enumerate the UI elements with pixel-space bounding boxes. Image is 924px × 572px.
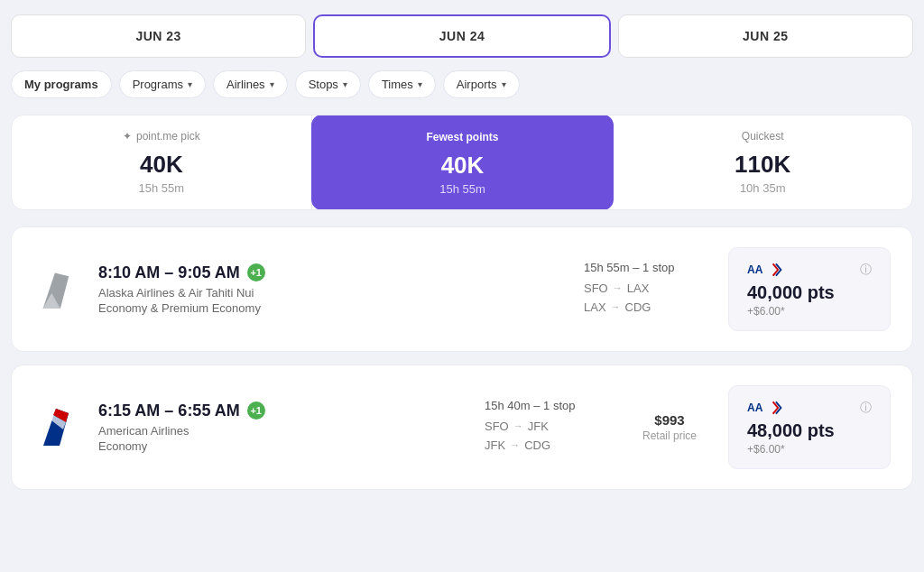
flight-2-airline: American Airlines	[98, 424, 467, 438]
date-row: JUN 23 JUN 24 JUN 25	[11, 14, 913, 58]
arrow-icon: →	[611, 300, 621, 316]
flight-2-time-range: 6:15 AM – 6:55 AM	[98, 401, 240, 420]
flight-2-cash: +$6.00*	[747, 443, 785, 456]
star-icon: ✦	[123, 130, 132, 143]
flight-1-cash: +$6.00*	[747, 305, 785, 318]
flight-1-points-box[interactable]: AA ⓘ 40,000 pts +$6.00*	[728, 247, 891, 331]
filter-times[interactable]: Times ▾	[368, 70, 436, 98]
summary-card-fewest-points[interactable]: Fewest points 40K 15h 55m	[311, 115, 614, 210]
summary-time-fewest: 15h 55m	[331, 182, 595, 196]
chevron-down-icon: ▾	[418, 79, 422, 89]
flight-2-retail: $993 Retail price	[629, 412, 710, 442]
filter-bar: My programs Programs ▾ Airlines ▾ Stops …	[11, 70, 913, 98]
flight-card-2[interactable]: 6:15 AM – 6:55 AM +1 American Airlines E…	[11, 364, 913, 490]
chevron-down-icon: ▾	[502, 79, 506, 89]
flight-2-leg-1: SFO → JFK	[485, 418, 611, 437]
flight-1-plus-badge: +1	[247, 263, 265, 281]
summary-time-pick: 15h 55m	[30, 181, 293, 195]
info-icon-2[interactable]: ⓘ	[860, 400, 872, 416]
flight-2-retail-label: Retail price	[629, 429, 710, 442]
summary-time-quickest: 10h 35m	[631, 181, 894, 195]
filter-airlines[interactable]: Airlines ▾	[213, 70, 288, 98]
date-jun24[interactable]: JUN 24	[313, 14, 610, 58]
flight-2-route: 15h 40m – 1 stop SFO → JFK JFK → CDG	[485, 399, 611, 456]
flight-2-points-box[interactable]: AA ⓘ 48,000 pts +$6.00*	[728, 385, 891, 469]
flight-card-1[interactable]: 8:10 AM – 9:05 AM +1 Alaska Airlines & A…	[11, 226, 913, 352]
filter-my-programs[interactable]: My programs	[11, 70, 112, 98]
summary-card-point-me-pick[interactable]: ✦ point.me pick 40K 15h 55m	[12, 115, 312, 209]
chevron-down-icon: ▾	[270, 79, 274, 89]
aadvantage-logo: AA	[747, 261, 790, 279]
american-airlines-logo	[33, 403, 80, 450]
arrow-icon: →	[510, 438, 520, 454]
flight-2-leg-2: JFK → CDG	[485, 437, 611, 456]
flight-1-cabin: Economy & Premium Economy	[98, 301, 566, 315]
flight-1-airline: Alaska Airlines & Air Tahiti Nui	[98, 286, 566, 300]
main-container: JUN 23 JUN 24 JUN 25 My programs Program…	[0, 0, 924, 517]
flight-1-leg-1: SFO → LAX	[584, 280, 710, 299]
chevron-down-icon: ▾	[188, 79, 192, 89]
flight-2-times: 6:15 AM – 6:55 AM +1	[98, 401, 467, 420]
filter-stops[interactable]: Stops ▾	[295, 70, 361, 98]
flight-2-cabin: Economy	[98, 439, 467, 453]
flight-2-points: 48,000 pts	[747, 420, 835, 441]
chevron-down-icon: ▾	[343, 79, 347, 89]
flight-2-plus-badge: +1	[247, 401, 265, 420]
date-jun25[interactable]: JUN 25	[618, 14, 913, 58]
flight-1-info: 8:10 AM – 9:05 AM +1 Alaska Airlines & A…	[98, 263, 566, 315]
summary-cards: ✦ point.me pick 40K 15h 55m Fewest point…	[11, 115, 913, 210]
flight-1-points: 40,000 pts	[747, 282, 835, 303]
date-jun23[interactable]: JUN 23	[11, 14, 306, 58]
aadvantage-logo-2: AA	[747, 399, 787, 417]
flight-1-time-range: 8:10 AM – 9:05 AM	[98, 263, 240, 282]
info-icon[interactable]: ⓘ	[860, 262, 872, 278]
alaska-airlines-logo	[33, 265, 80, 312]
arrow-icon: →	[613, 281, 623, 297]
summary-card-quickest[interactable]: Quickest 110K 10h 35m	[613, 115, 912, 209]
flight-1-duration: 15h 55m – 1 stop	[584, 261, 710, 274]
flight-1-route: 15h 55m – 1 stop SFO → LAX LAX → CDG	[584, 261, 710, 318]
filter-programs[interactable]: Programs ▾	[119, 70, 206, 98]
summary-pts-fewest: 40K	[331, 152, 595, 179]
flight-1-leg-2: LAX → CDG	[584, 299, 710, 318]
flight-2-duration: 15h 40m – 1 stop	[485, 399, 611, 412]
arrow-icon: →	[513, 419, 523, 435]
flight-2-retail-price: $993	[629, 412, 710, 428]
filter-airports[interactable]: Airports ▾	[443, 70, 520, 98]
svg-text:AA: AA	[747, 263, 763, 276]
svg-text:AA: AA	[747, 401, 763, 414]
flight-2-info: 6:15 AM – 6:55 AM +1 American Airlines E…	[98, 401, 467, 453]
flight-1-times: 8:10 AM – 9:05 AM +1	[98, 263, 566, 282]
summary-pts-quickest: 110K	[631, 152, 894, 178]
summary-pts-pick: 40K	[30, 152, 293, 178]
